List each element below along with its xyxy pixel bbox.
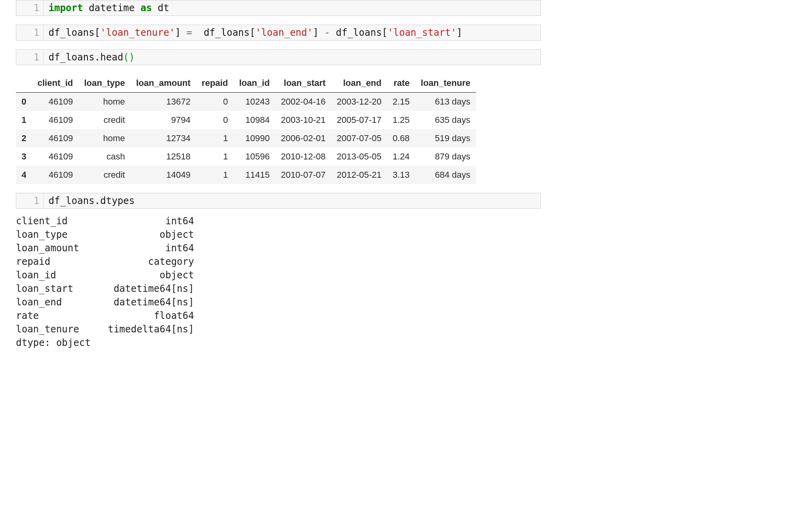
code-token: df_loans[ [49, 27, 100, 38]
column-header: loan_end [331, 74, 387, 93]
table-cell: 46109 [32, 166, 78, 184]
code-token: df_loans.head [49, 52, 123, 63]
code-editor[interactable]: df_loans.head() [44, 50, 540, 65]
table-cell: 14049 [130, 166, 196, 184]
code-token: - [325, 27, 330, 38]
column-header: loan_tenure [415, 74, 476, 93]
table-cell: 46109 [32, 148, 78, 166]
table-cell: 2013-05-05 [331, 148, 387, 166]
code-cell[interactable]: 1 import datetime as dt [16, 0, 541, 16]
code-token: df_loans.dtypes [49, 195, 135, 206]
code-token: () [123, 52, 135, 63]
table-cell: 11415 [233, 166, 275, 184]
row-index: 3 [16, 148, 32, 166]
code-token: import [49, 2, 83, 14]
table-cell: 2007-07-05 [331, 129, 387, 148]
table-cell: 0.68 [387, 129, 415, 148]
table-cell: 613 days [415, 93, 476, 111]
code-token: 'loan_tenure' [100, 27, 175, 38]
table-cell: 12734 [130, 129, 196, 148]
code-cell[interactable]: 1 df_loans.dtypes client_id int64 loan_t… [16, 193, 541, 349]
table-cell: 10990 [233, 129, 275, 148]
table-cell: 2003-12-20 [331, 93, 387, 111]
table-cell: 10243 [233, 93, 275, 111]
table-row: 246109home127341109902006-02-012007-07-0… [16, 129, 476, 148]
code-token: df_loans[ [192, 27, 255, 38]
cell-output-text: client_id int64 loan_type object loan_am… [16, 214, 541, 349]
column-header: loan_type [79, 74, 131, 93]
cell-output: client_idloan_typeloan_amountrepaidloan_… [16, 74, 541, 184]
table-cell: 635 days [415, 111, 476, 129]
table-cell: 1.24 [387, 148, 415, 166]
code-token: ] [457, 27, 462, 38]
column-header: loan_id [233, 74, 275, 93]
table-cell: credit [79, 111, 131, 129]
line-number: 1 [16, 25, 44, 40]
table-row: 346109cash125181105962010-12-082013-05-0… [16, 148, 476, 166]
row-index: 1 [16, 111, 32, 129]
table-row: 446109credit140491114152010-07-072012-05… [16, 166, 476, 184]
table-cell: 1 [196, 129, 233, 148]
code-token: datetime [83, 2, 141, 14]
table-cell: 1.25 [387, 111, 415, 129]
row-index: 0 [16, 93, 32, 111]
code-token: = [187, 27, 192, 38]
table-row: 146109credit97940109842003-10-212005-07-… [16, 111, 476, 129]
table-cell: 1 [196, 166, 233, 184]
table-cell: 0 [196, 93, 233, 111]
table-cell: 519 days [415, 129, 476, 148]
code-token: as [140, 2, 152, 14]
code-editor[interactable]: import datetime as dt [44, 0, 540, 16]
code-token: ] [175, 27, 187, 38]
table-cell: 12518 [130, 148, 196, 166]
table-row: 046109home136720102432002-04-162003-12-2… [16, 93, 476, 111]
line-number: 1 [16, 0, 44, 16]
table-cell: 46109 [32, 111, 78, 129]
code-token: dt [152, 2, 169, 14]
table-cell: 10596 [233, 148, 275, 166]
notebook: 1 import datetime as dt 1 df_loans['loan… [0, 0, 541, 374]
column-header: client_id [32, 74, 78, 93]
code-editor[interactable]: df_loans.dtypes [44, 193, 540, 208]
table-cell: home [79, 93, 131, 111]
line-number: 1 [16, 50, 44, 65]
code-cell[interactable]: 1 df_loans.head() client_idloan_typeloan… [16, 49, 541, 184]
row-index: 4 [16, 166, 32, 184]
column-header: rate [387, 74, 415, 93]
table-corner [16, 74, 32, 93]
code-cell[interactable]: 1 df_loans['loan_tenure'] = df_loans['lo… [16, 25, 541, 41]
table-cell: 2012-05-21 [331, 166, 387, 184]
table-cell: cash [79, 148, 131, 166]
table-cell: 684 days [415, 166, 476, 184]
table-cell: 2.15 [387, 93, 415, 111]
column-header: repaid [196, 74, 233, 93]
table-cell: 1 [196, 148, 233, 166]
dataframe-table: client_idloan_typeloan_amountrepaidloan_… [16, 74, 476, 184]
table-cell: 10984 [233, 111, 275, 129]
code-token: ] [313, 27, 325, 38]
table-cell: 9794 [130, 111, 196, 129]
table-cell: 879 days [415, 148, 476, 166]
table-cell: home [79, 129, 131, 148]
code-editor[interactable]: df_loans['loan_tenure'] = df_loans['loan… [44, 25, 540, 40]
table-cell: 46109 [32, 129, 78, 148]
table-cell: 2006-02-01 [275, 129, 331, 148]
row-index: 2 [16, 129, 32, 148]
table-cell: 46109 [32, 93, 78, 111]
table-cell: 2003-10-21 [275, 111, 331, 129]
table-cell: credit [79, 166, 131, 184]
table-cell: 13672 [130, 93, 196, 111]
table-cell: 0 [196, 111, 233, 129]
column-header: loan_amount [130, 74, 196, 93]
code-token: df_loans[ [330, 27, 388, 38]
table-cell: 2010-07-07 [275, 166, 331, 184]
code-token: 'loan_start' [388, 27, 457, 38]
code-token: 'loan_end' [255, 27, 313, 38]
line-number: 1 [16, 193, 44, 208]
column-header: loan_start [275, 74, 331, 93]
table-cell: 3.13 [387, 166, 415, 184]
table-cell: 2005-07-17 [331, 111, 387, 129]
table-cell: 2002-04-16 [275, 93, 331, 111]
table-cell: 2010-12-08 [275, 148, 331, 166]
